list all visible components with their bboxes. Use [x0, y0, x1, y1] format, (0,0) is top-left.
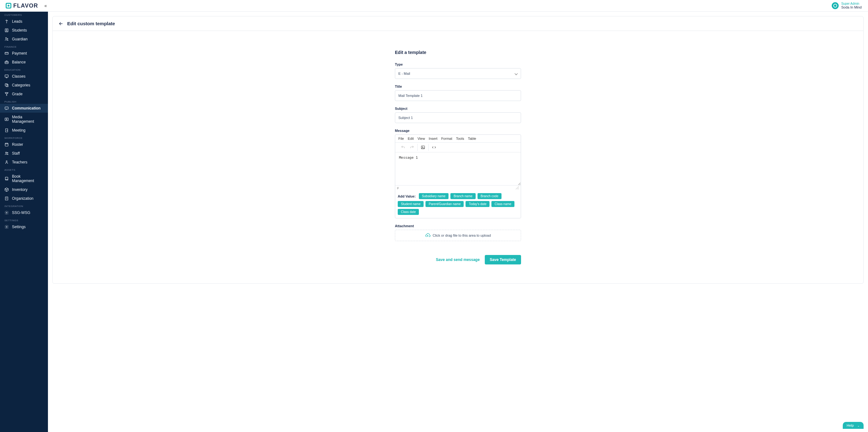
- svg-rect-6: [5, 75, 8, 77]
- back-button[interactable]: [58, 21, 63, 26]
- svg-rect-16: [5, 197, 8, 200]
- user-menu[interactable]: Super Admin Soda In Mind: [832, 2, 868, 9]
- attachment-upload[interactable]: Click or drag file to this area to uploa…: [395, 230, 521, 241]
- sidebar-item-label: Communication: [12, 106, 41, 111]
- undo-icon: [401, 145, 405, 150]
- editor-menu-tools[interactable]: Tools: [456, 137, 464, 140]
- resize-icon: [516, 186, 519, 189]
- value-chip-class-date[interactable]: Class date: [398, 209, 419, 215]
- help-button[interactable]: Help ⌄: [843, 422, 864, 429]
- svg-point-20: [422, 147, 423, 147]
- image-button[interactable]: [420, 144, 427, 151]
- sidebar-item-organization[interactable]: Organization: [0, 194, 48, 203]
- svg-point-18: [6, 226, 7, 228]
- sidebar-collapse-toggle[interactable]: «: [44, 3, 47, 8]
- calendar-icon: [4, 142, 9, 147]
- save-send-button[interactable]: Save and send message: [436, 258, 480, 262]
- editor-menu-edit[interactable]: Edit: [408, 137, 414, 140]
- cloud-upload-icon: [425, 233, 430, 238]
- sidebar-item-grade[interactable]: Grade: [0, 90, 48, 98]
- value-chip-branch-code[interactable]: Branch code: [477, 193, 501, 199]
- subject-label: Subject: [395, 107, 521, 111]
- sidebar-item-inventory[interactable]: Inventory: [0, 185, 48, 194]
- form-heading: Edit a template: [395, 50, 521, 55]
- sidebar-item-guardian[interactable]: Guardian: [0, 35, 48, 44]
- redo-button[interactable]: [408, 144, 415, 151]
- sidebar-item-roster[interactable]: Roster: [0, 140, 48, 149]
- svg-rect-4: [5, 52, 8, 55]
- card-icon: [4, 51, 9, 56]
- value-chip-branch-name[interactable]: Branch name: [451, 193, 475, 199]
- sidebar-item-label: Leads: [12, 19, 22, 24]
- user-org: Soda In Mind: [841, 5, 862, 9]
- message-label: Message: [395, 129, 521, 133]
- sidebar-item-label: Payment: [12, 51, 27, 56]
- sidebar-item-classes[interactable]: Classes: [0, 72, 48, 81]
- svg-point-17: [6, 212, 7, 213]
- editor-menu-file[interactable]: File: [398, 137, 404, 140]
- door-icon: [4, 128, 9, 133]
- svg-rect-12: [5, 143, 8, 146]
- sidebar-item-settings[interactable]: Settings: [0, 223, 48, 231]
- subject-input[interactable]: [395, 112, 521, 123]
- page-title: Edit custom template: [67, 21, 115, 26]
- sidebar-item-label: Guardian: [12, 37, 27, 41]
- sidebar-item-media-management[interactable]: Media Management: [0, 113, 48, 126]
- sidebar-item-label: Staff: [12, 151, 20, 155]
- sidebar-item-ssg-wsg[interactable]: SSG-WSG: [0, 208, 48, 217]
- sidebar-item-book-management[interactable]: Book Management: [0, 172, 48, 185]
- sidebar-item-balance[interactable]: Balance: [0, 58, 48, 66]
- sidebar-item-communication[interactable]: Communication: [0, 104, 48, 113]
- gear-icon: [4, 225, 9, 229]
- guardian-icon: [4, 37, 9, 41]
- building-icon: [4, 196, 9, 201]
- sidebar-item-label: Organization: [12, 196, 33, 201]
- sidebar-item-label: SSG-WSG: [12, 210, 30, 215]
- sidebar-item-students[interactable]: Students: [0, 26, 48, 35]
- sidebar-item-label: Grade: [12, 92, 22, 96]
- sidebar-item-label: Categories: [12, 83, 30, 87]
- title-input[interactable]: [395, 90, 521, 101]
- sidebar-item-label: Media Management: [12, 115, 43, 124]
- value-chip-parent-guardian-name[interactable]: Parent/Guardian name: [426, 201, 464, 207]
- editor-menu-format[interactable]: Format: [441, 137, 452, 140]
- arrow-left-icon: [58, 21, 63, 26]
- add-value-label: Add Value:: [398, 194, 416, 198]
- undo-button[interactable]: [400, 144, 407, 151]
- sidebar-item-payment[interactable]: Payment: [0, 49, 48, 58]
- svg-point-3: [7, 38, 8, 39]
- value-chip-student-name[interactable]: Student name: [398, 201, 424, 207]
- editor-menu-view[interactable]: View: [417, 137, 425, 140]
- help-label: Help: [846, 424, 854, 427]
- sidebar-item-teachers[interactable]: Teachers: [0, 158, 48, 167]
- editor-menu-insert[interactable]: Insert: [429, 137, 437, 140]
- signpost-icon: [4, 19, 9, 24]
- sidebar-group-title: WORKFORCE: [0, 135, 48, 140]
- save-template-button[interactable]: Save Template: [485, 255, 521, 264]
- attachment-label: Attachment: [395, 224, 521, 228]
- redo-icon: [410, 145, 414, 150]
- sidebar-item-leads[interactable]: Leads: [0, 17, 48, 26]
- editor-menu-table[interactable]: Table: [468, 137, 476, 140]
- sidebar-item-categories[interactable]: Categories: [0, 81, 48, 90]
- type-label: Type: [395, 62, 521, 66]
- sidebar-group-title: SETTINGS: [0, 217, 48, 223]
- svg-rect-5: [5, 61, 8, 64]
- sidebar-item-meeting[interactable]: Meeting: [0, 126, 48, 135]
- sidebar-item-staff[interactable]: Staff: [0, 149, 48, 158]
- svg-point-1: [6, 29, 7, 31]
- sidebar-group-title: PUBLISH: [0, 98, 48, 104]
- chevron-down-icon: ⌄: [857, 424, 860, 427]
- editor-resize-handle[interactable]: [516, 186, 519, 189]
- type-select[interactable]: E - Mail: [395, 68, 521, 79]
- message-editor[interactable]: Message 1: [395, 152, 521, 185]
- box-icon: [4, 188, 9, 192]
- teacher-icon: [4, 160, 9, 165]
- value-chip-subsidiary-name[interactable]: Subsidiary name: [419, 193, 448, 199]
- code-button[interactable]: [431, 144, 437, 151]
- sidebar-item-label: Settings: [12, 225, 26, 229]
- editor-path: p: [397, 186, 399, 189]
- chat-icon: [4, 106, 9, 111]
- value-chip-today-s-date[interactable]: Today's date: [466, 201, 490, 207]
- value-chip-class-name[interactable]: Class name: [491, 201, 515, 207]
